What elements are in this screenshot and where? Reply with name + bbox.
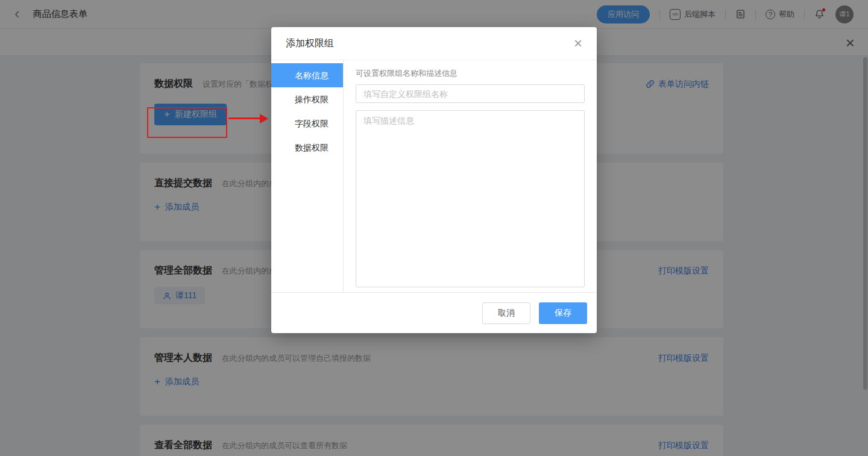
modal-tab-list: 名称信息 操作权限 字段权限 数据权限 <box>271 60 344 292</box>
annotation-arrow-line <box>228 117 260 119</box>
add-permission-group-modal: 添加权限组 × 名称信息 操作权限 字段权限 数据权限 可设置权限组名称和描述信… <box>271 27 597 333</box>
modal-form: 可设置权限组名称和描述信息 <box>344 60 597 292</box>
form-hint: 可设置权限组名称和描述信息 <box>356 68 585 79</box>
modal-body: 名称信息 操作权限 字段权限 数据权限 可设置权限组名称和描述信息 <box>271 60 597 292</box>
modal-title: 添加权限组 <box>286 37 334 50</box>
tab-name-info[interactable]: 名称信息 <box>271 63 343 87</box>
modal-footer: 取消 保存 <box>271 292 597 333</box>
tab-field-permission[interactable]: 字段权限 <box>271 111 343 136</box>
modal-close-icon[interactable]: × <box>574 37 582 49</box>
annotation-arrow-head <box>260 114 268 123</box>
cancel-button[interactable]: 取消 <box>482 302 530 324</box>
group-description-input[interactable] <box>356 110 585 287</box>
tab-data-permission[interactable]: 数据权限 <box>271 136 343 160</box>
modal-header: 添加权限组 × <box>271 27 597 60</box>
save-button[interactable]: 保存 <box>539 302 587 324</box>
tab-operation-permission[interactable]: 操作权限 <box>271 87 343 111</box>
annotation-highlight-box <box>147 107 227 138</box>
group-name-input[interactable] <box>356 84 585 103</box>
